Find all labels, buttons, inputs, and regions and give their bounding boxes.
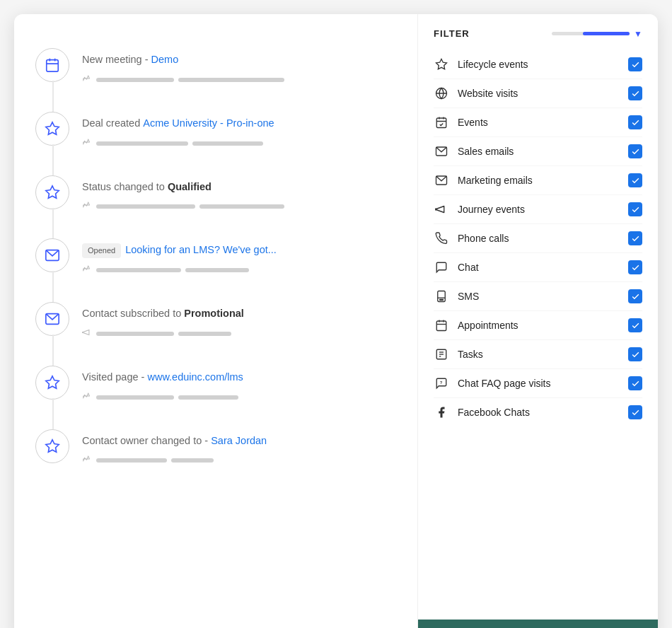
timeline-icon-star-6 [35, 366, 69, 400]
bar-group-3 [96, 204, 284, 209]
dropdown-arrow-icon[interactable]: ▼ [634, 29, 642, 39]
timeline-item: Contact owner changed to - Sara Jordan [35, 417, 403, 480]
checkbox-tasks[interactable] [628, 347, 642, 361]
filter-row-lifecycle: Lifecycle events [434, 50, 642, 79]
crown-icon-2 [82, 137, 92, 150]
filter-row-chat-faq: ? Chat FAQ page visits [434, 369, 642, 398]
checkbox-sms[interactable] [628, 289, 642, 303]
meta-row-7 [82, 454, 403, 467]
checkbox-facebook[interactable] [628, 405, 642, 419]
timeline-icon-star-3 [35, 175, 69, 209]
bar [96, 78, 174, 82]
bar [96, 458, 167, 463]
filter-label-tasks: Tasks [458, 349, 620, 360]
svg-marker-5 [46, 185, 59, 197]
bar-group-6 [96, 395, 238, 400]
filter-row-website: Website visits [434, 79, 642, 108]
filter-row-marketing-emails: Marketing emails [434, 166, 642, 195]
checkbox-chat[interactable] [628, 260, 642, 274]
bar [178, 78, 284, 82]
timeline: New meeting - Demo [35, 35, 403, 479]
filter-row-phone: Phone calls [434, 224, 642, 253]
filter-row-chat: Chat [434, 253, 642, 282]
checkbox-events[interactable] [628, 115, 642, 129]
crown-icon-7 [82, 454, 92, 467]
filter-label-lifecycle: Lifecycle events [458, 59, 620, 70]
timeline-item: OpenedLooking for an LMS? We've got... [35, 226, 403, 289]
tasks-icon [434, 347, 449, 362]
timeline-item: Contact subscribed to Promotional [35, 289, 403, 353]
star-icon [45, 185, 60, 200]
right-panel: FILTER ▼ Lifecycle events [417, 14, 658, 628]
checkbox-chat-faq[interactable] [628, 376, 642, 390]
meta-row-3 [82, 200, 403, 213]
timeline-content-1: New meeting - Demo [82, 48, 403, 86]
timeline-icon-calendar [35, 48, 69, 82]
timeline-content-7: Contact owner changed to - Sara Jordan [82, 429, 403, 467]
marketing-mail-icon [434, 173, 449, 188]
star-icon [45, 375, 60, 390]
filter-label-sms: SMS [458, 291, 620, 302]
svg-text:?: ? [440, 380, 443, 385]
bar [96, 268, 181, 272]
filter-label-sales-emails: Sales emails [458, 146, 620, 157]
crown-icon-6 [82, 391, 92, 404]
svg-rect-20 [439, 299, 444, 301]
checkbox-appointments[interactable] [628, 318, 642, 332]
filter-label-chat: Chat [458, 262, 620, 273]
checkbox-sales-emails[interactable] [628, 144, 642, 158]
timeline-title-7: Contact owner changed to - Sara Jordan [82, 434, 403, 449]
star-icon [45, 121, 60, 136]
timeline-item: New meeting - Demo [35, 35, 403, 99]
filter-label-journey: Journey events [458, 204, 620, 215]
filter-row-facebook: Facebook Chats [434, 398, 642, 426]
svg-rect-0 [47, 60, 59, 72]
filter-title: FILTER [434, 28, 470, 39]
meta-row-5 [82, 327, 403, 340]
filter-label-facebook: Facebook Chats [458, 407, 620, 418]
svg-marker-8 [46, 376, 59, 388]
checkbox-website[interactable] [628, 86, 642, 100]
star-icon [45, 438, 60, 454]
svg-marker-4 [46, 122, 59, 134]
checkbox-lifecycle[interactable] [628, 57, 642, 71]
timeline-title-3: Status changed to Qualified [82, 180, 403, 195]
sales-mail-icon [434, 144, 449, 159]
bar [185, 268, 249, 272]
left-panel: New meeting - Demo [14, 14, 417, 628]
bar [171, 458, 214, 463]
chat-icon [434, 260, 449, 275]
crown-icon-1 [82, 74, 92, 86]
main-card: New meeting - Demo [14, 14, 658, 628]
timeline-icon-star-7 [35, 429, 69, 463]
timeline-title-6: Visited page - www.eduinc.com/lms [82, 370, 403, 385]
meta-row-4 [82, 264, 403, 277]
svg-rect-22 [436, 321, 446, 331]
bar [192, 141, 263, 146]
phone-icon [434, 231, 449, 246]
svg-rect-13 [436, 118, 446, 128]
meta-row-1 [82, 74, 403, 86]
timeline-title-1: New meeting - Demo [82, 52, 403, 68]
filter-label-events: Events [458, 117, 620, 128]
checkbox-marketing-emails[interactable] [628, 173, 642, 187]
globe-icon [434, 86, 449, 101]
filter-slider-fill [583, 32, 630, 35]
bar [96, 332, 174, 336]
checkbox-journey[interactable] [628, 202, 642, 216]
timeline-content-3: Status changed to Qualified [82, 175, 403, 214]
timeline-title-2: Deal created Acme University - Pro-in-on… [82, 116, 403, 132]
appointments-icon [434, 318, 449, 333]
timeline-item: Status changed to Qualified [35, 163, 403, 226]
checkbox-phone[interactable] [628, 231, 642, 245]
timeline-content-2: Deal created Acme University - Pro-in-on… [82, 112, 403, 150]
lifecycle-icon [434, 57, 449, 72]
filter-slider[interactable]: ▼ [552, 29, 642, 39]
timeline-item: Visited page - www.eduinc.com/lms [35, 353, 403, 417]
filter-row-tasks: Tasks [434, 340, 642, 369]
filter-label-phone: Phone calls [458, 233, 620, 244]
timeline-content-4: OpenedLooking for an LMS? We've got... [82, 238, 403, 277]
filter-row-events: Events [434, 108, 642, 137]
bar [178, 395, 238, 400]
filter-slider-track[interactable] [552, 32, 630, 35]
